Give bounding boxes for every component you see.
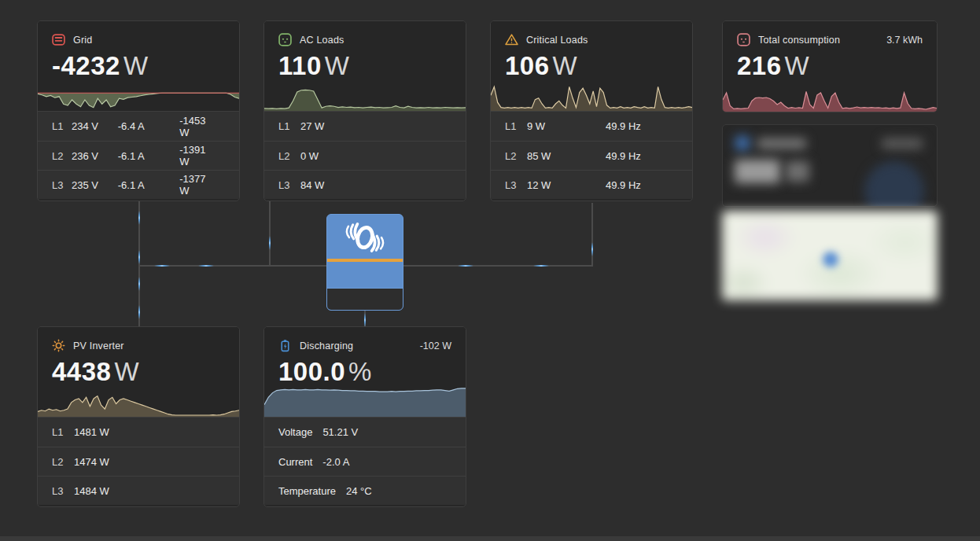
power-flow-pulse: [198, 265, 214, 267]
victron-logo-icon: [342, 221, 388, 257]
battery-power-badge: -102 W: [420, 340, 451, 351]
phase-row: L21474 W: [38, 447, 239, 476]
total-consumption-card[interactable]: Total consumption 3.7 kWh 216W: [722, 20, 938, 112]
total-consumption-power-value: 216W: [723, 51, 937, 81]
grid-sparkline-chart: [38, 83, 239, 111]
blurred-temperature-unit: [786, 161, 809, 182]
phase-row: L31484 W: [38, 476, 239, 505]
inverter-body: [327, 262, 403, 288]
wire-ac-loads: [269, 201, 271, 266]
blurred-card-icon: [735, 136, 750, 150]
critical-loads-power-value: 106W: [491, 51, 692, 81]
phase-row: L285 W49.9 Hz: [491, 141, 692, 170]
inverter-node[interactable]: Discharging: [326, 214, 403, 311]
total-consumption-sparkline-chart: [723, 88, 937, 112]
ac-loads-power-value: 110W: [264, 51, 466, 81]
power-flow-pulse: [533, 265, 549, 267]
battery-detail-row: Current-2.0 A: [264, 447, 466, 476]
grid-meter-icon: [52, 33, 65, 46]
battery-icon: [278, 339, 292, 352]
battery-sparkline-chart: [264, 387, 466, 417]
card-title: Total consumption: [758, 35, 840, 46]
ac-loads-card[interactable]: AC Loads 110W L127 W L20 W L384 W: [263, 20, 466, 201]
bottom-scrollbar[interactable]: [0, 536, 980, 541]
pv-sparkline-chart: [38, 391, 239, 417]
card-title: PV Inverter: [73, 340, 124, 351]
power-flow-pulse: [591, 242, 593, 256]
pv-inverter-card[interactable]: PV Inverter 4438W L11481 W L21474 W L314…: [37, 326, 240, 507]
phase-row: L312 W49.9 Hz: [491, 170, 692, 199]
battery-detail-row: Temperature24 °C: [264, 476, 466, 505]
power-flow-pulse: [138, 277, 140, 291]
phase-row: L384 W: [264, 170, 466, 199]
phase-row: L20 W: [264, 141, 466, 170]
phase-row: L11481 W: [38, 418, 239, 447]
card-title: Critical Loads: [526, 35, 588, 46]
phase-row: L1234 V-6.4 A-1453 W: [38, 112, 239, 141]
battery-detail-row: Voltage51.21 V: [264, 418, 466, 447]
battery-soc-value: 100.0%: [264, 357, 466, 387]
blurred-temperature-card[interactable]: [722, 124, 938, 207]
card-title: AC Loads: [300, 35, 344, 46]
power-flow-pulse: [138, 305, 140, 319]
sun-icon: [52, 339, 65, 352]
critical-loads-card[interactable]: Critical Loads 106W L19 W49.9 Hz L285 W4…: [490, 20, 693, 201]
blurred-card-badge: [882, 138, 923, 149]
power-flow-pulse: [138, 250, 140, 264]
power-flow-pulse: [364, 313, 366, 327]
map-location-pin: [823, 252, 838, 267]
grid-power-value: -4232W: [38, 51, 239, 81]
blurred-gauge: [864, 161, 924, 207]
outlet-icon: [737, 33, 750, 46]
energy-today-badge: 3.7 kWh: [886, 35, 923, 46]
power-flow-pulse: [269, 236, 271, 250]
warning-triangle-icon: [505, 33, 518, 46]
card-title: Discharging: [300, 340, 353, 351]
phase-row: L2236 V-6.1 A-1391 W: [38, 141, 239, 170]
critical-loads-sparkline-chart: [491, 83, 692, 111]
outlet-icon: [278, 33, 292, 46]
grid-card[interactable]: Grid -4232W L1234 V-6.4 A-1453 W L2236 V…: [37, 20, 240, 201]
pv-power-value: 4438W: [38, 357, 239, 387]
phase-row: L3235 V-6.1 A-1377 W: [38, 170, 239, 199]
dashboard: Grid -4232W L1234 V-6.4 A-1453 W L2236 V…: [0, 0, 980, 541]
ac-loads-sparkline-chart: [264, 86, 466, 111]
power-flow-pulse: [138, 211, 140, 225]
power-flow-pulse: [458, 265, 473, 267]
power-flow-pulse: [154, 265, 170, 267]
location-map[interactable]: [722, 211, 938, 300]
card-title: Grid: [73, 35, 92, 46]
phase-row: L127 W: [264, 112, 466, 141]
battery-card[interactable]: Discharging -102 W 100.0% Voltage51.21 V…: [263, 326, 466, 507]
phase-row: L19 W49.9 Hz: [491, 112, 692, 141]
blurred-temperature-value: [735, 160, 780, 183]
wire-critical-loads: [591, 203, 593, 266]
blurred-card-label: [757, 138, 806, 149]
